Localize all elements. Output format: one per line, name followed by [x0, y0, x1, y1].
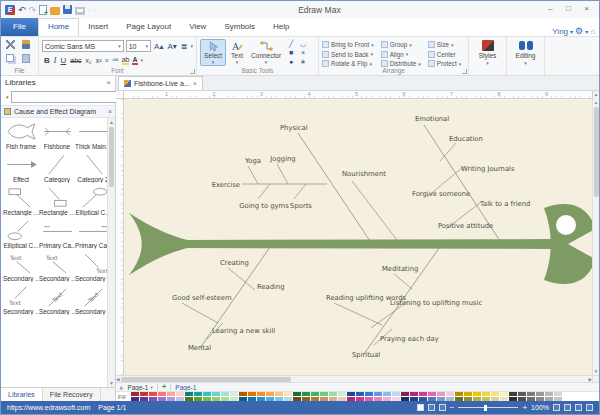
label-positive-attitude[interactable]: Positive attitude: [438, 222, 493, 230]
color-swatch[interactable]: [302, 392, 310, 396]
color-swatch[interactable]: [428, 392, 436, 396]
library-shape-item[interactable]: Primary Ca...: [39, 219, 75, 249]
draw-tool-button[interactable]: ×: [298, 48, 308, 57]
draw-tool-button[interactable]: ∗: [298, 57, 308, 66]
color-swatch[interactable]: [518, 392, 526, 396]
drawing-canvas[interactable]: Physical Exercise Yoga Jogging Going to …: [124, 99, 592, 375]
zoom-out-button[interactable]: −: [450, 404, 455, 412]
arrange-item[interactable]: Align ▾: [381, 50, 421, 60]
color-swatch[interactable]: [131, 392, 139, 396]
color-swatch[interactable]: [383, 392, 391, 396]
library-shape-item[interactable]: Thick Main...: [75, 120, 111, 150]
scrollbar-thumb[interactable]: [594, 107, 599, 197]
scroll-up-icon[interactable]: ▲: [594, 99, 598, 106]
status-url[interactable]: https://www.edrawsoft.com: [7, 404, 90, 411]
tab-libraries[interactable]: Libraries: [1, 388, 43, 401]
user-name[interactable]: Ying: [552, 27, 568, 36]
library-shape-item[interactable]: Text Text Text Text Secondary ...: [3, 285, 39, 315]
connector-yoga[interactable]: [248, 166, 258, 184]
color-swatch[interactable]: [374, 392, 382, 396]
menu-tab[interactable]: Symbols: [215, 18, 264, 36]
scroll-down-icon[interactable]: ▼: [594, 368, 598, 375]
library-shape-item[interactable]: Text Text Text Text Secondary ...: [39, 285, 75, 315]
label-going-to-gyms[interactable]: Going to gyms: [239, 202, 289, 210]
vertical-scrollbar[interactable]: ▲ ▼: [592, 99, 599, 375]
library-shape-item[interactable]: Effect: [3, 153, 39, 183]
library-shape-item[interactable]: Elliptical C...: [75, 186, 111, 216]
label-reading[interactable]: Reading: [257, 283, 285, 291]
tab-file-recovery[interactable]: File Recovery: [43, 388, 101, 401]
color-swatch[interactable]: [311, 392, 319, 396]
grow-font-button[interactable]: A▴: [153, 42, 164, 51]
collapse-icon[interactable]: ∧: [119, 384, 123, 391]
library-section-header[interactable]: Cause and Effect Diagram ×: [1, 105, 115, 118]
label-yoga[interactable]: Yoga: [244, 157, 261, 165]
font-style-button[interactable]: x₂: [86, 57, 92, 64]
connector-tool-button[interactable]: Connector ▾: [248, 39, 284, 66]
connector-creating[interactable]: [228, 268, 255, 290]
page-selector[interactable]: Page-1 ▾: [127, 384, 152, 391]
copy-icon[interactable]: [6, 54, 14, 62]
draw-tool-button[interactable]: ●: [286, 57, 296, 66]
label-writing-journals[interactable]: Writing Journals: [461, 165, 515, 173]
arrange-item[interactable]: Size ▾: [428, 40, 461, 50]
label-praying-each-day[interactable]: Praying each day: [380, 335, 439, 343]
library-shape-item[interactable]: Category: [39, 153, 75, 183]
label-exercise[interactable]: Exercise: [212, 181, 240, 189]
zoom-slider[interactable]: [458, 407, 518, 408]
fish-spine-shape[interactable]: [184, 239, 562, 249]
color-swatch[interactable]: [509, 392, 517, 396]
save-icon[interactable]: [63, 5, 72, 14]
minimize-button[interactable]: –: [542, 3, 559, 16]
scroll-down-icon[interactable]: ▼: [109, 379, 114, 387]
color-swatch[interactable]: [500, 392, 508, 396]
library-shape-item[interactable]: Fish frame: [3, 120, 39, 150]
font-style-button[interactable]: I: [54, 56, 57, 65]
color-swatch[interactable]: [167, 392, 175, 396]
color-swatch[interactable]: [221, 392, 229, 396]
draw-tool-button[interactable]: ■: [286, 48, 296, 57]
close-section-icon[interactable]: ×: [108, 108, 112, 115]
color-swatch[interactable]: [212, 392, 220, 396]
fit-page-icon[interactable]: [553, 404, 560, 411]
line-spacing-button[interactable]: ≡: [105, 57, 109, 64]
scrollbar-thumb[interactable]: [109, 127, 114, 187]
undo-icon[interactable]: ↶: [18, 5, 26, 15]
label-emotional[interactable]: Emotional: [415, 115, 449, 123]
color-swatch[interactable]: [248, 392, 256, 396]
menu-tab[interactable]: Page Layout: [117, 18, 180, 36]
connector-self-esteem[interactable]: [182, 303, 218, 323]
page-break-view-icon[interactable]: [428, 404, 435, 411]
menu-tab[interactable]: Home: [38, 18, 79, 36]
color-swatch[interactable]: [554, 392, 562, 396]
close-button[interactable]: ×: [578, 3, 595, 16]
font-size-combo[interactable]: 10 ▾: [126, 40, 151, 52]
color-swatch[interactable]: [392, 392, 400, 396]
color-swatch[interactable]: [257, 392, 265, 396]
label-creating[interactable]: Creating: [220, 259, 249, 267]
editing-button[interactable]: Editing ▾: [510, 39, 541, 66]
label-spiritual[interactable]: Spiritual: [352, 351, 380, 359]
label-good-self-esteem[interactable]: Good self-esteem: [172, 294, 232, 302]
home-icon[interactable]: ⌂: [590, 27, 595, 36]
library-shape-item[interactable]: Category 2: [75, 153, 111, 183]
draw-tool-button[interactable]: ╱: [286, 39, 296, 48]
color-swatch[interactable]: [437, 392, 445, 396]
horizontal-scrollbar[interactable]: ◀ ▶: [116, 375, 592, 382]
arrange-item[interactable]: Send to Back ▾: [322, 50, 374, 60]
connector-gyms[interactable]: [258, 184, 270, 199]
color-swatch[interactable]: [545, 392, 553, 396]
label-talk-to-a-friend[interactable]: Talk to a friend: [479, 200, 530, 208]
user-caret-icon[interactable]: ▾: [570, 28, 573, 35]
open-file-icon[interactable]: [50, 7, 60, 15]
document-tab[interactable]: Fishbone-Live a... ×: [118, 76, 203, 90]
font-style-button[interactable]: U: [60, 56, 66, 65]
zoom-area-icon[interactable]: [575, 404, 582, 411]
color-swatch[interactable]: [284, 392, 292, 396]
page-tab[interactable]: Page-1: [175, 384, 196, 391]
scroll-up-icon[interactable]: ▲: [592, 91, 599, 99]
add-page-button[interactable]: +: [162, 383, 167, 391]
highlight-button[interactable]: ab: [122, 56, 130, 65]
library-shape-item[interactable]: Rectangle ...: [39, 186, 75, 216]
color-swatch[interactable]: [536, 392, 544, 396]
